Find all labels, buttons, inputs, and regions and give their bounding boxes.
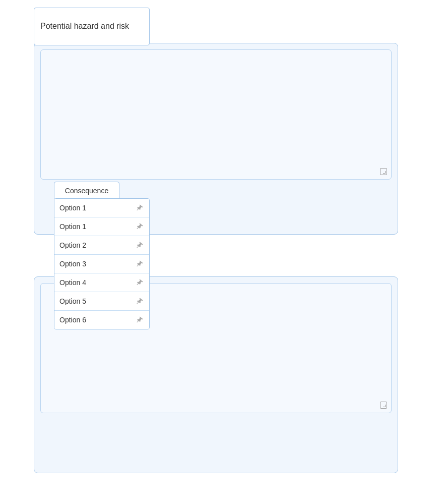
pin-icon-4 <box>134 277 144 288</box>
dropdown-selected-label: Option 1 <box>59 204 86 212</box>
consequence-label: Consequence <box>65 187 108 195</box>
thumbtack-icon-2 <box>135 241 143 249</box>
pin-icon-1 <box>134 221 144 232</box>
header-box: Potential hazard and risk <box>34 8 150 45</box>
resize-handle-bottom[interactable] <box>379 401 388 410</box>
dropdown-option-6[interactable]: Option 6 <box>54 311 149 329</box>
dropdown-selected[interactable]: Option 1 <box>54 199 149 217</box>
pin-icon-2 <box>134 240 144 250</box>
dropdown-option-1[interactable]: Option 1 <box>54 217 149 236</box>
resize-icon-top <box>380 168 387 175</box>
dropdown-option-2[interactable]: Option 2 <box>54 236 149 255</box>
dropdown-option-5[interactable]: Option 5 <box>54 292 149 311</box>
consequence-label-box: Consequence <box>54 182 119 200</box>
option-4-label: Option 4 <box>59 278 86 287</box>
thumbtack-icon-3 <box>135 260 143 268</box>
thumbtack-icon-4 <box>135 278 143 287</box>
thumbtack-icon-1 <box>135 222 143 231</box>
page-container: Potential hazard and risk Consequence Op… <box>0 0 447 504</box>
top-textarea[interactable] <box>40 49 392 180</box>
pin-icon-5 <box>134 296 144 306</box>
dropdown-option-4[interactable]: Option 4 <box>54 273 149 292</box>
thumbtack-icon-5 <box>135 297 143 305</box>
resize-icon-bottom <box>380 402 387 409</box>
dropdown-container[interactable]: Option 1 Option 1 Option 2 <box>54 198 150 329</box>
option-2-label: Option 2 <box>59 241 86 249</box>
pin-icon-selected <box>134 203 144 213</box>
resize-handle-top[interactable] <box>379 167 388 176</box>
pin-icon-3 <box>134 259 144 269</box>
dropdown-option-3[interactable]: Option 3 <box>54 255 149 273</box>
thumbtack-icon <box>135 204 143 212</box>
option-6-label: Option 6 <box>59 316 86 324</box>
page-title: Potential hazard and risk <box>40 21 129 32</box>
option-3-label: Option 3 <box>59 260 86 268</box>
option-1-label: Option 1 <box>59 222 86 231</box>
pin-icon-6 <box>134 315 144 325</box>
option-5-label: Option 5 <box>59 297 86 305</box>
thumbtack-icon-6 <box>135 316 143 324</box>
